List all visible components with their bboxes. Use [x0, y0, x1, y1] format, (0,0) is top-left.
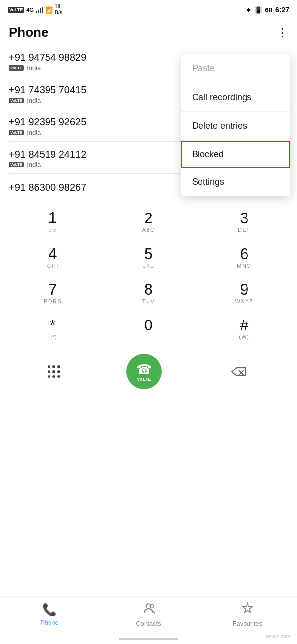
dial-key-number: #: [240, 317, 248, 333]
more-options-icon[interactable]: ⋮: [277, 27, 288, 38]
volte-badge: VoLTE: [8, 7, 24, 13]
call-country: India: [27, 97, 41, 104]
volte-small: VoLTE: [9, 162, 24, 167]
dial-key-letters: WXYZ: [235, 298, 253, 305]
dial-key-number: 4: [49, 246, 57, 262]
backspace-button[interactable]: [228, 361, 249, 382]
contacts-nav-icon: [142, 602, 155, 618]
phone-icon: ☎: [136, 362, 152, 377]
dial-key-number: *: [50, 317, 55, 333]
dropdown-menu: Paste Call recordings Delete entries Blo…: [181, 54, 290, 196]
dial-key-letters: ○○: [48, 226, 57, 234]
bottom-nav: 📞 Phone Contacts Favourites: [0, 596, 297, 629]
dropdown-item-settings[interactable]: Settings: [181, 168, 290, 196]
dial-key-star[interactable]: * (P): [5, 310, 100, 346]
dial-key-number: 7: [49, 281, 57, 297]
dial-key-0[interactable]: 0 +: [100, 310, 196, 346]
dial-key-letters: DEF: [238, 227, 251, 234]
favourites-nav-icon: [241, 602, 254, 618]
nav-item-contacts[interactable]: Contacts: [129, 602, 168, 627]
nav-label-contacts: Contacts: [136, 620, 161, 627]
status-bar: VoLTE 4G 📶 18 B/s ∗ 📳 68 6:27: [0, 0, 297, 20]
app-title: Phone: [9, 25, 48, 40]
dial-key-letters: GHI: [47, 263, 59, 269]
dialpad-grid: 1 ○○ 2 ABC 3 DEF 4 GHI 5 JKL 6 MNO 7: [0, 199, 297, 350]
dial-key-number: 2: [144, 210, 153, 226]
dialpad-area: 1 ○○ 2 ABC 3 DEF 4 GHI 5 JKL 6 MNO 7: [0, 199, 297, 396]
dialpad-bottom-row: ☎ VoLTE: [0, 350, 297, 396]
vibrate-icon: 📳: [254, 6, 262, 14]
dial-key-number: 1: [49, 210, 57, 225]
app-header: Phone ⋮: [0, 20, 297, 45]
dropdown-item-delete-entries[interactable]: Delete entries: [181, 112, 290, 141]
dialpad-dots-icon[interactable]: [48, 365, 60, 378]
svg-marker-4: [243, 603, 253, 613]
dial-key-9[interactable]: 9 WXYZ: [197, 274, 292, 310]
data-speed: 18 B/s: [55, 4, 63, 16]
wifi-icon: 📶: [45, 6, 53, 14]
dial-key-letters: +: [147, 334, 150, 341]
dial-key-3[interactable]: 3 DEF: [197, 203, 292, 239]
dropdown-item-call-recordings[interactable]: Call recordings: [181, 83, 290, 112]
call-country: India: [27, 129, 41, 136]
volte-small: VoLTE: [9, 130, 24, 135]
dial-key-number: 5: [144, 246, 153, 262]
dial-key-letters: MNO: [237, 263, 251, 269]
signal-bars: [36, 6, 43, 13]
status-time: 6:27: [275, 6, 289, 14]
dial-key-4[interactable]: 4 GHI: [5, 239, 100, 274]
nav-label-favourites: Favourites: [233, 620, 263, 627]
dial-key-7[interactable]: 7 PQRS: [5, 274, 100, 310]
nav-item-favourites[interactable]: Favourites: [228, 602, 267, 627]
watermark: wsxdn.com: [265, 634, 290, 639]
dial-key-1[interactable]: 1 ○○: [5, 203, 100, 239]
home-indicator: [119, 638, 178, 640]
dial-key-8[interactable]: 8 TUV: [100, 274, 196, 310]
dial-key-letters: (P): [48, 334, 57, 341]
nav-label-phone: Phone: [40, 619, 59, 626]
dial-key-letters: ABC: [142, 227, 155, 234]
dial-key-number: 0: [144, 317, 153, 333]
dial-key-letters: (W): [239, 334, 249, 341]
dropdown-item-blocked[interactable]: Blocked: [181, 141, 290, 168]
dial-key-number: 9: [240, 281, 248, 297]
dial-key-2[interactable]: 2 ABC: [100, 203, 196, 239]
volte-small: VoLTE: [9, 65, 24, 71]
bluetooth-icon: ∗: [246, 6, 251, 14]
dial-key-number: 8: [144, 281, 153, 297]
dial-key-letters: TUV: [142, 298, 155, 305]
dial-key-6[interactable]: 6 MNO: [197, 239, 292, 274]
status-left: VoLTE 4G 📶 18 B/s: [8, 4, 62, 16]
dropdown-item-paste[interactable]: Paste: [181, 54, 290, 83]
volte-small: VoLTE: [9, 98, 24, 103]
battery-icon: 68: [265, 6, 272, 14]
nav-item-phone[interactable]: 📞 Phone: [30, 603, 69, 626]
call-country: India: [27, 64, 41, 72]
dial-key-number: 6: [240, 246, 248, 262]
dial-key-number: 3: [240, 210, 248, 226]
volte-label: VoLTE: [137, 377, 151, 382]
dial-key-letters: PQRS: [44, 298, 62, 305]
call-button[interactable]: ☎ VoLTE: [126, 354, 162, 389]
dial-key-hash[interactable]: # (W): [197, 310, 292, 346]
status-right: ∗ 📳 68 6:27: [246, 6, 290, 14]
dial-key-letters: JKL: [143, 263, 154, 269]
phone-nav-icon: 📞: [42, 603, 57, 617]
dial-key-5[interactable]: 5 JKL: [100, 239, 196, 274]
network-type: 4G: [26, 7, 34, 13]
call-country: India: [27, 161, 41, 168]
call-number: +91 86300 98267: [9, 182, 86, 193]
